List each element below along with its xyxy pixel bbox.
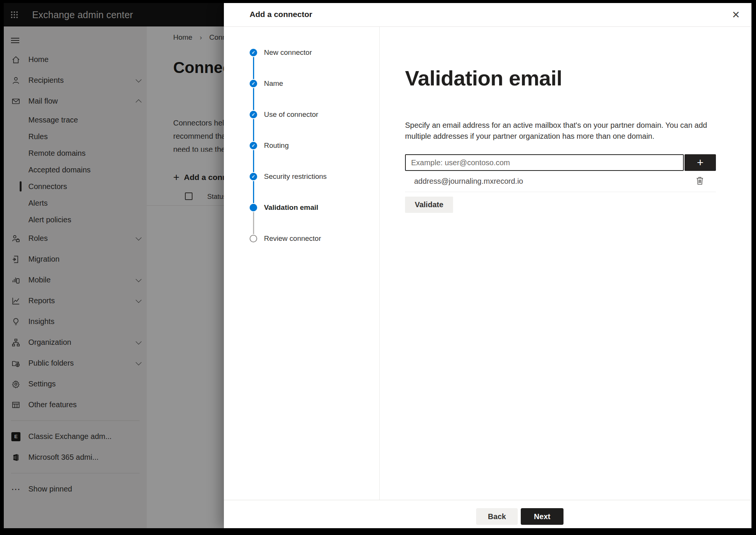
step-status-icon (250, 111, 257, 118)
step-status-icon (250, 80, 257, 87)
delete-email-button[interactable] (695, 175, 705, 188)
step-status-icon (250, 142, 257, 149)
added-email-row: address@journaling.mxrecord.io (405, 171, 716, 192)
add-connector-dialog: Add a connector ✕ New connector Name (224, 3, 751, 528)
wizard-step-validation-email[interactable]: Validation email (224, 204, 379, 235)
wizard-step-review-connector[interactable]: Review connector (224, 235, 379, 266)
trash-icon (696, 177, 703, 185)
close-icon[interactable]: ✕ (728, 7, 744, 23)
step-status-icon (250, 204, 257, 211)
wizard-step-new-connector[interactable]: New connector (224, 49, 379, 80)
step-status-icon (250, 173, 257, 180)
wizard-step-security-restrictions[interactable]: Security restrictions (224, 173, 379, 204)
plus-icon: + (697, 156, 704, 169)
step-status-icon (250, 235, 257, 242)
step-status-icon (250, 49, 257, 56)
add-email-button[interactable]: + (685, 154, 716, 171)
dialog-header: Add a connector ✕ (224, 3, 751, 27)
dialog-footer: Back Next (224, 500, 751, 528)
next-button[interactable]: Next (521, 508, 564, 525)
wizard-step-name[interactable]: Name (224, 80, 379, 111)
validate-button[interactable]: Validate (405, 197, 453, 213)
back-button[interactable]: Back (476, 508, 518, 525)
screen: Exchange admin center Home Recipients Ma… (4, 3, 751, 528)
email-address: address@journaling.mxrecord.io (405, 177, 684, 186)
dialog-title: Add a connector (250, 10, 312, 19)
step-heading: Validation email (405, 66, 751, 90)
dialog-content: Validation email Specify an email addres… (380, 27, 751, 500)
added-emails-list: address@journaling.mxrecord.io (405, 171, 751, 192)
validation-email-input[interactable] (405, 154, 684, 171)
step-instructions: Specify an email address for an active m… (405, 120, 725, 142)
wizard-steps: New connector Name Use of connector Rout… (224, 27, 380, 500)
email-entry-row: + (405, 154, 716, 171)
wizard-step-routing[interactable]: Routing (224, 142, 379, 173)
wizard-step-use-of-connector[interactable]: Use of connector (224, 111, 379, 142)
